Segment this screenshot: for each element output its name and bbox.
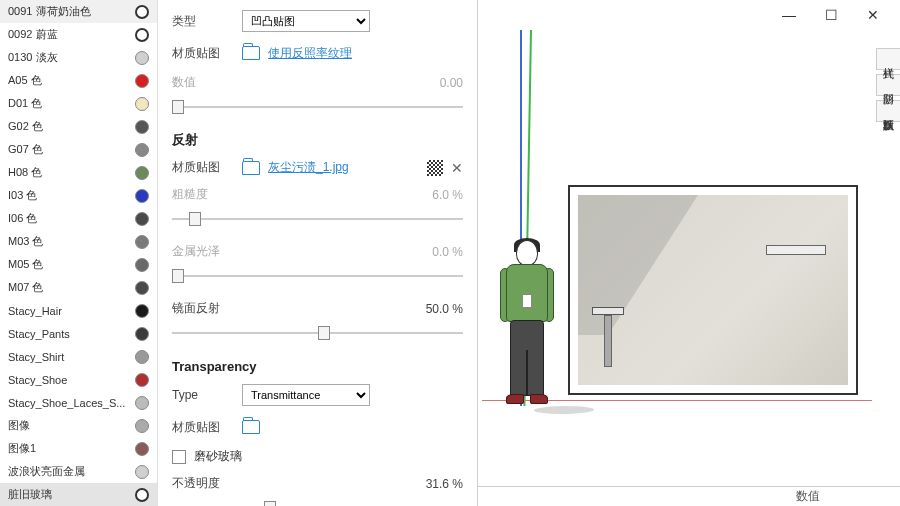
material-label: H08 色 (8, 165, 131, 180)
color-swatch (135, 235, 149, 249)
material-label: 0091 薄荷奶油色 (8, 4, 131, 19)
bump-texture-label: 材质贴图 (172, 45, 242, 62)
color-swatch (135, 281, 149, 295)
trans-type-select[interactable]: Transmittance (242, 384, 370, 406)
material-label: Stacy_Pants (8, 328, 131, 340)
material-label: Stacy_Shoe (8, 374, 131, 386)
material-label: 波浪状亮面金属 (8, 464, 131, 479)
color-swatch (135, 442, 149, 456)
right-tab[interactable]: 默认面板 (876, 100, 900, 122)
color-swatch (135, 189, 149, 203)
minimize-button[interactable]: — (768, 1, 810, 29)
material-item[interactable]: Stacy_Hair (0, 299, 157, 322)
material-item[interactable]: Stacy_Shoe_Laces_S... (0, 391, 157, 414)
material-item[interactable]: 脏旧玻璃 (0, 483, 157, 506)
right-tab[interactable]: 阴影 (876, 74, 900, 96)
material-item[interactable]: D01 色 (0, 92, 157, 115)
right-tab[interactable]: 样式 (876, 48, 900, 70)
material-label: 0092 蔚蓝 (8, 27, 131, 42)
color-swatch (135, 51, 149, 65)
amount-label: 数值 (172, 74, 242, 91)
room-model[interactable] (568, 185, 858, 395)
material-label: D01 色 (8, 96, 131, 111)
specular-label: 镜面反射 (172, 300, 242, 317)
material-item[interactable]: Stacy_Pants (0, 322, 157, 345)
material-item[interactable]: Stacy_Shirt (0, 345, 157, 368)
folder-icon[interactable] (242, 420, 260, 434)
material-item[interactable]: 0091 薄荷奶油色 (0, 0, 157, 23)
material-label: G07 色 (8, 142, 131, 157)
material-item[interactable]: A05 色 (0, 69, 157, 92)
material-item[interactable]: G07 色 (0, 138, 157, 161)
specular-slider[interactable] (172, 323, 463, 343)
frosted-label: 磨砂玻璃 (194, 448, 242, 465)
albedo-link[interactable]: 使用反照率纹理 (268, 45, 352, 62)
material-item[interactable]: M07 色 (0, 276, 157, 299)
amount-slider[interactable] (172, 97, 463, 117)
reflection-section-title: 反射 (172, 131, 463, 149)
material-item[interactable]: G02 色 (0, 115, 157, 138)
material-item[interactable]: 0130 淡灰 (0, 46, 157, 69)
material-item[interactable]: H08 色 (0, 161, 157, 184)
material-label: 0130 淡灰 (8, 50, 131, 65)
color-swatch (135, 327, 149, 341)
opacity-slider[interactable] (172, 498, 463, 506)
right-tab-group: 样式阴影默认面板 (876, 48, 900, 126)
roughness-slider[interactable] (172, 209, 463, 229)
material-label: M07 色 (8, 280, 131, 295)
material-item[interactable]: I06 色 (0, 207, 157, 230)
material-label: A05 色 (8, 73, 131, 88)
status-bar: 数值 (478, 486, 900, 506)
color-swatch (135, 166, 149, 180)
folder-icon[interactable] (242, 46, 260, 60)
frosted-checkbox[interactable] (172, 450, 186, 464)
window-titlebar: — ☐ ✕ (478, 0, 900, 30)
opacity-label: 不透明度 (172, 475, 242, 492)
viewport[interactable]: — ☐ ✕ (478, 0, 900, 506)
color-swatch (135, 5, 149, 19)
metal-slider[interactable] (172, 266, 463, 286)
color-swatch (135, 488, 149, 502)
sink (592, 307, 624, 315)
scene-3d[interactable] (482, 30, 872, 484)
material-item[interactable]: 图像 (0, 414, 157, 437)
person-figure[interactable] (496, 240, 560, 408)
folder-icon[interactable] (242, 161, 260, 175)
close-button[interactable]: ✕ (852, 1, 894, 29)
trans-texture-label: 材质贴图 (172, 419, 242, 436)
metal-label: 金属光泽 (172, 243, 242, 260)
color-swatch (135, 465, 149, 479)
color-swatch (135, 74, 149, 88)
qr-icon[interactable] (427, 160, 443, 176)
refl-texture-label: 材质贴图 (172, 159, 242, 176)
material-label: M05 色 (8, 257, 131, 272)
opacity-value: 31.6 % (413, 477, 463, 491)
status-label: 数值 (796, 488, 820, 505)
material-item[interactable]: 图像1 (0, 437, 157, 460)
color-swatch (135, 97, 149, 111)
color-swatch (135, 258, 149, 272)
material-item[interactable]: 0092 蔚蓝 (0, 23, 157, 46)
material-list[interactable]: 0091 薄荷奶油色0092 蔚蓝0130 淡灰A05 色D01 色G02 色G… (0, 0, 158, 506)
material-label: 图像 (8, 418, 131, 433)
material-item[interactable]: I03 色 (0, 184, 157, 207)
metal-value: 0.0 % (413, 245, 463, 259)
material-item[interactable]: 波浪状亮面金属 (0, 460, 157, 483)
color-swatch (135, 120, 149, 134)
material-label: I03 色 (8, 188, 131, 203)
color-swatch (135, 350, 149, 364)
material-item[interactable]: M03 色 (0, 230, 157, 253)
sink-pedestal (604, 315, 612, 367)
material-label: M03 色 (8, 234, 131, 249)
color-swatch (135, 396, 149, 410)
material-label: 图像1 (8, 441, 131, 456)
material-label: I06 色 (8, 211, 131, 226)
material-item[interactable]: Stacy_Shoe (0, 368, 157, 391)
maximize-button[interactable]: ☐ (810, 1, 852, 29)
roughness-label: 粗糙度 (172, 186, 242, 203)
close-icon[interactable]: ✕ (451, 160, 463, 176)
material-item[interactable]: M05 色 (0, 253, 157, 276)
type-select[interactable]: 凹凸贴图 (242, 10, 370, 32)
refl-texture-link[interactable]: 灰尘污渍_1.jpg (268, 159, 349, 176)
material-label: Stacy_Shirt (8, 351, 131, 363)
